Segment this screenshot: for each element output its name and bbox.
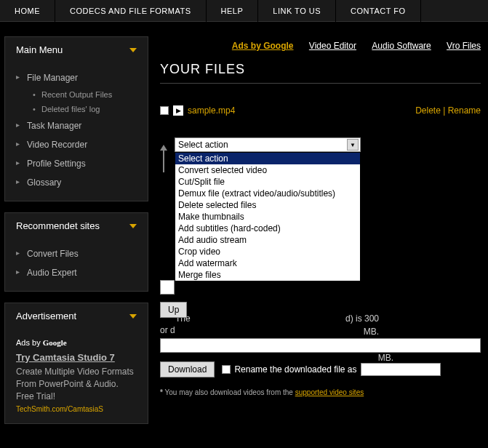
file-input[interactable]: [160, 280, 175, 295]
ad-description: Create Multiple Video Formats From Power…: [5, 364, 148, 404]
nav-codecs[interactable]: CODECS AND FILE FORMATS: [55, 0, 207, 22]
sponsored-vro-files[interactable]: Vro Files: [447, 41, 481, 51]
dropdown-button[interactable]: ▼: [347, 139, 359, 151]
sidebar-item-convert-files[interactable]: Convert Files: [5, 244, 148, 263]
page-title: YOUR FILES: [160, 62, 481, 84]
file-row: ▶ sample.mp4 Delete | Rename: [160, 105, 481, 116]
up-arrow-icon: [160, 145, 167, 151]
file-checkbox[interactable]: [160, 106, 169, 115]
recommended-header[interactable]: Recommendet sites: [5, 213, 148, 239]
play-icon[interactable]: ▶: [173, 105, 183, 116]
supported-sites-link[interactable]: supported video sites: [295, 388, 364, 396]
main-menu-header[interactable]: Main Menu: [5, 37, 148, 63]
sidebar: Main Menu File Manager Recent Output Fil…: [0, 36, 153, 435]
advertisement-header[interactable]: Advertisement: [5, 303, 148, 329]
option-convert-video[interactable]: Convert selected video: [175, 164, 360, 176]
action-select-area: Select action ▼ Select action Convert se…: [175, 137, 481, 152]
nav-home[interactable]: HOME: [0, 0, 55, 22]
cursor-icon: ↖: [465, 151, 475, 164]
sponsored-links: Ads by Google Video Editor Audio Softwar…: [160, 36, 481, 62]
sidebar-subitem-recent-output[interactable]: Recent Output Files: [5, 87, 148, 102]
sidebar-item-profile-settings[interactable]: Profile Settings: [5, 154, 148, 173]
nav-contact[interactable]: CONTACT FO: [336, 0, 420, 22]
action-select[interactable]: Select action ▼: [175, 137, 361, 152]
ad-url[interactable]: TechSmith.com/CamtasiaS: [5, 404, 148, 415]
rename-label: Rename the downloaded file as: [234, 364, 356, 375]
action-dropdown: Select action Convert selected video Cut…: [175, 152, 361, 281]
sponsored-audio-software[interactable]: Audio Software: [372, 41, 431, 51]
nav-help[interactable]: HELP: [207, 0, 259, 22]
sponsored-video-editor[interactable]: Video Editor: [309, 41, 356, 51]
rename-input[interactable]: [361, 363, 441, 376]
main-menu-block: Main Menu File Manager Recent Output Fil…: [4, 36, 148, 201]
sidebar-item-file-manager[interactable]: File Manager: [5, 68, 148, 87]
ads-by-google-link[interactable]: Ads by Google: [232, 41, 294, 51]
chevron-down-icon: [129, 314, 137, 319]
rename-link[interactable]: Rename: [448, 105, 481, 116]
sidebar-item-audio-expert[interactable]: Audio Expert: [5, 263, 148, 282]
top-nav: HOME CODECS AND FILE FORMATS HELP LINK T…: [0, 0, 488, 22]
main-menu-title: Main Menu: [16, 44, 63, 55]
nav-link-to-us[interactable]: LINK TO US: [258, 0, 336, 22]
option-crop[interactable]: Crop video: [175, 246, 360, 257]
file-name-link[interactable]: sample.mp4: [188, 105, 235, 116]
sidebar-item-glossary[interactable]: Glossary: [5, 173, 148, 192]
footnote: * You may also download videos from the …: [160, 388, 481, 396]
advertisement-title: Advertisement: [16, 311, 76, 321]
option-subtitles[interactable]: Add subtitles (hard-coded): [175, 223, 360, 234]
download-button[interactable]: Download: [160, 361, 215, 377]
url-input[interactable]: [160, 338, 481, 353]
ads-by-google-label: Ads by Google: [5, 335, 148, 351]
delete-link[interactable]: Delete: [415, 105, 441, 116]
chevron-down-icon: [129, 48, 137, 52]
chevron-down-icon: [129, 224, 137, 228]
option-demux[interactable]: Demux file (extract video/audio/subtitle…: [175, 188, 360, 199]
option-merge[interactable]: Merge files: [175, 269, 360, 281]
option-audio-stream[interactable]: Add audio stream: [175, 234, 360, 246]
option-thumbnails[interactable]: Make thumbnails: [175, 211, 360, 223]
recommended-block: Recommendet sites Convert Files Audio Ex…: [4, 212, 148, 292]
sidebar-item-video-recorder[interactable]: Video Recorder: [5, 135, 148, 154]
upload-button[interactable]: Up: [160, 302, 187, 318]
option-cut-split[interactable]: Cut/Split file: [175, 176, 360, 188]
option-delete[interactable]: Delete selected files: [175, 199, 360, 211]
ad-link-camtasia[interactable]: Try Camtasia Studio 7: [5, 351, 148, 364]
select-value: Select action: [178, 140, 228, 150]
chevron-down-icon: ▼: [350, 142, 356, 148]
main-content: Ads by Google Video Editor Audio Softwar…: [153, 36, 488, 435]
option-select-action[interactable]: Select action: [175, 153, 360, 164]
rename-checkbox[interactable]: [222, 365, 231, 374]
or-text: or d: [160, 325, 481, 335]
recommended-title: Recommendet sites: [16, 220, 100, 231]
option-watermark[interactable]: Add watermark: [175, 257, 360, 269]
sidebar-item-task-manager[interactable]: Task Manager: [5, 116, 148, 135]
advertisement-block: Advertisement Ads by Google Try Camtasia…: [4, 303, 148, 424]
sidebar-subitem-deleted-log[interactable]: Deleted files' log: [5, 102, 148, 116]
